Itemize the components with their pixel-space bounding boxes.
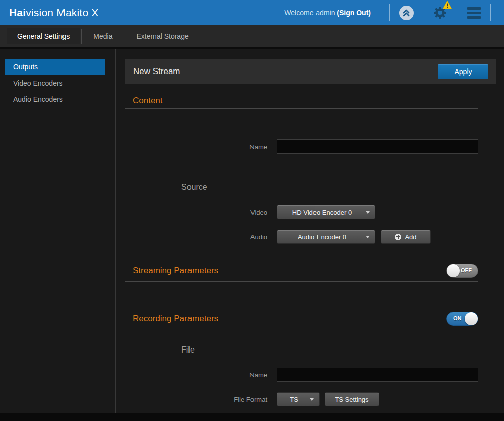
content-row: Outputs Video Encoders Audio Encoders Ne… [0,49,504,413]
sidebar-item-outputs[interactable]: Outputs [5,59,105,75]
file-subheading: File [181,345,496,355]
apply-button[interactable]: Apply [438,64,488,79]
gear-icon [432,5,448,20]
subsection-divider [181,194,478,194]
file-format-row: File Format TS TS Settings [125,392,496,406]
brand-rest: vision Makito X [26,7,98,18]
toggle-knob [465,312,478,325]
content-section-heading: Content [125,96,496,106]
tab-external-storage[interactable]: External Storage [125,28,199,44]
bottom-strip [0,413,504,421]
stream-name-row: Name [125,139,496,154]
name-label: Name [125,143,267,151]
recording-parameters-row: Recording Parameters ON [125,312,496,326]
file-name-input[interactable] [277,368,478,382]
ts-settings-button[interactable]: TS Settings [325,392,379,406]
streaming-parameters-row: Streaming Parameters OFF [125,264,496,278]
video-source-row: Video HD Video Encoder 0 [125,205,496,219]
streaming-toggle[interactable]: OFF [446,264,478,278]
welcome-label: Welcome admin [284,9,335,17]
audio-source-value: Audio Encoder 0 [282,233,362,241]
warning-badge-icon [442,0,452,11]
section-divider [125,108,478,109]
brand-logo: Haivision Makito X [9,7,99,19]
page-title: New Stream [133,66,180,77]
tab-media[interactable]: Media [83,28,123,44]
streaming-section-heading: Streaming Parameters [125,266,218,276]
recording-toggle-state: ON [453,315,462,321]
sidebar-item-audio-encoders[interactable]: Audio Encoders [5,92,105,107]
streaming-toggle-state: OFF [461,267,472,273]
menu-button[interactable] [463,4,484,22]
tab-separator [81,29,82,44]
plus-circle-icon [395,234,401,240]
video-source-value: HD Video Encoder 0 [282,208,362,216]
chevron-down-icon [310,398,314,401]
video-source-dropdown[interactable]: HD Video Encoder 0 [277,205,375,219]
sign-out-link[interactable]: (Sign Out) [337,9,371,17]
source-subheading: Source [181,183,496,192]
header-separator [423,4,423,21]
tab-general-settings[interactable]: General Settings [7,28,80,44]
hamburger-menu-icon [467,7,481,19]
sidebar: Outputs Video Encoders Audio Encoders [0,49,116,413]
file-name-row: Name [125,368,496,382]
new-stream-header: New Stream Apply [125,59,496,84]
subsection-divider [181,357,478,357]
audio-source-dropdown[interactable]: Audio Encoder 0 [277,230,375,244]
main-tabbar: General Settings Media External Storage [0,25,504,49]
sidebar-item-video-encoders[interactable]: Video Encoders [5,76,105,91]
file-format-label: File Format [125,396,267,403]
status-chevrons-button[interactable] [396,4,417,22]
section-divider [125,329,478,329]
header-separator [389,4,390,21]
header-separator [457,4,457,21]
page: Haivision Makito X Welcome admin (Sign O… [0,0,504,421]
app-header: Haivision Makito X Welcome admin (Sign O… [0,0,504,25]
file-format-value: TS [282,396,306,403]
add-button-label: Add [405,233,416,241]
toggle-knob [447,264,460,277]
recording-toggle[interactable]: ON [446,312,478,326]
header-right: Welcome admin (Sign Out) [284,4,497,22]
file-name-label: Name [125,371,267,379]
brand-bold: Hai [9,7,26,18]
video-label: Video [125,208,267,216]
audio-label: Audio [125,233,267,241]
tab-separator [201,29,201,44]
chevrons-up-circle-icon [399,6,414,20]
tab-separator [124,29,124,44]
main-panel: New Stream Apply Content Name Source Vid… [116,49,504,413]
file-format-dropdown[interactable]: TS [277,392,320,406]
settings-button[interactable] [429,4,451,22]
recording-section-heading: Recording Parameters [125,314,218,324]
chevron-down-icon [366,211,370,214]
add-audio-button[interactable]: Add [381,230,431,244]
audio-source-row: Audio Audio Encoder 0 Add [125,230,496,244]
stream-name-input[interactable] [277,139,478,154]
chevron-down-icon [366,236,370,238]
section-divider [125,281,478,282]
welcome-text: Welcome admin (Sign Out) [284,9,371,17]
header-separator [490,4,491,21]
